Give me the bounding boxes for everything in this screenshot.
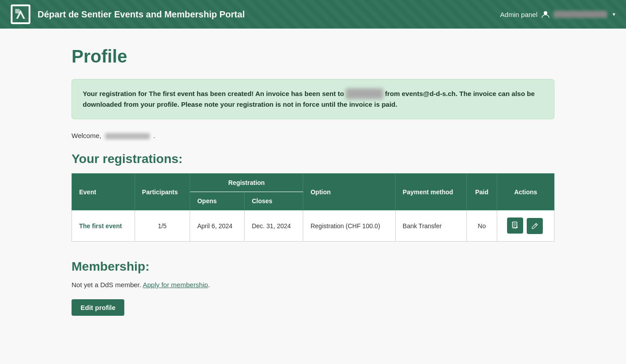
- cell-payment-method: Bank Transfer: [395, 210, 466, 242]
- cell-paid: No: [466, 210, 497, 242]
- logo-link[interactable]: Départ de Sentier Events and Membership …: [11, 4, 245, 24]
- header-title: Départ de Sentier Events and Membership …: [38, 9, 245, 20]
- page-title: Profile: [72, 46, 554, 67]
- table-row: The first event 1/5 April 6, 2024 Dec. 3…: [72, 210, 554, 242]
- edit-profile-button[interactable]: Edit profile: [72, 299, 124, 316]
- apply-membership-link[interactable]: Apply for membership: [143, 281, 208, 289]
- header-right: Admin panel ▾: [500, 10, 615, 19]
- username-blurred: [105, 133, 150, 139]
- registrations-table: Event Participants Registration Option P…: [72, 173, 554, 242]
- edit-registration-button[interactable]: [527, 218, 543, 234]
- col-option: Option: [303, 174, 395, 210]
- cell-option: Registration (CHF 100.0): [303, 210, 395, 242]
- col-event: Event: [72, 174, 135, 210]
- logo-icon: [11, 4, 30, 24]
- user-name-blurred: [554, 11, 607, 18]
- download-pdf-button[interactable]: PDF: [507, 218, 523, 234]
- svg-text:PDF: PDF: [513, 227, 517, 229]
- col-group-registration: Registration: [190, 174, 303, 192]
- col-payment-method: Payment method: [395, 174, 466, 210]
- col-closes: Closes: [245, 192, 303, 210]
- svg-line-5: [535, 224, 537, 226]
- cell-closes: Dec. 31, 2024: [245, 210, 303, 242]
- col-actions: Actions: [497, 174, 554, 210]
- membership-text: Not yet a DdS member. Apply for membersh…: [72, 281, 554, 289]
- chevron-down-icon[interactable]: ▾: [613, 11, 615, 17]
- cell-opens: April 6, 2024: [190, 210, 245, 242]
- email-blurred: [346, 88, 383, 99]
- cell-participants: 1/5: [135, 210, 190, 242]
- registrations-section-title: Your registrations:: [72, 152, 554, 166]
- cell-actions: PDF: [497, 210, 554, 242]
- col-opens: Opens: [190, 192, 245, 210]
- alert-box: Your registration for The first event ha…: [72, 79, 554, 119]
- membership-section-title: Membership:: [72, 259, 554, 274]
- site-header: Départ de Sentier Events and Membership …: [0, 0, 626, 29]
- col-participants: Participants: [135, 174, 190, 210]
- col-paid: Paid: [466, 174, 497, 210]
- event-link[interactable]: The first event: [79, 222, 122, 230]
- svg-rect-1: [15, 9, 20, 13]
- main-content: Profile Your registration for The first …: [45, 29, 581, 334]
- not-member-text: Not yet a DdS member.: [72, 281, 141, 289]
- svg-point-2: [544, 11, 547, 15]
- cell-event: The first event: [72, 210, 135, 242]
- welcome-text: Welcome, .: [72, 132, 554, 139]
- user-icon: [541, 10, 550, 19]
- admin-panel-link[interactable]: Admin panel: [500, 11, 537, 18]
